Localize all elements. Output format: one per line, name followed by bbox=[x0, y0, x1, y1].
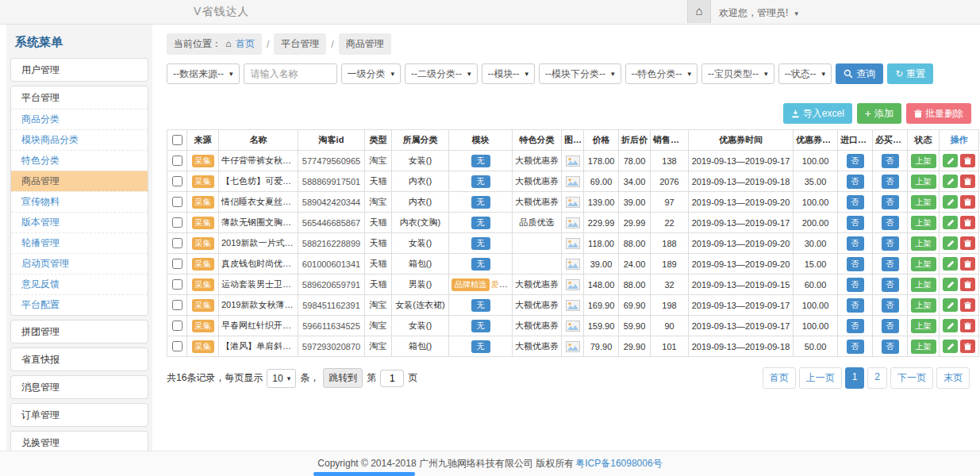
sidebar-subitem-启动页管理[interactable]: 启动页管理 bbox=[11, 253, 148, 274]
jump-button[interactable]: 跳转到 bbox=[323, 368, 363, 388]
page-prev[interactable]: 上一页 bbox=[799, 367, 842, 389]
edit-button[interactable] bbox=[943, 257, 958, 271]
status-button[interactable]: 上架 bbox=[911, 175, 936, 189]
sidebar-item-兑换管理[interactable]: 兑换管理 bbox=[11, 432, 148, 451]
status-button[interactable]: 上架 bbox=[911, 257, 936, 271]
status-button[interactable]: 上架 bbox=[911, 236, 936, 251]
must-buy-toggle-button[interactable]: 否 bbox=[882, 340, 899, 354]
import-select-toggle-button[interactable]: 否 bbox=[847, 195, 864, 209]
home-button[interactable]: ⌂ bbox=[687, 0, 711, 23]
status-button[interactable]: 上架 bbox=[911, 298, 936, 313]
row-checkbox[interactable] bbox=[172, 197, 183, 207]
sidebar-subitem-宣传物料[interactable]: 宣传物料 bbox=[11, 191, 148, 212]
module-sub-category-select[interactable]: --模块下分类--▾ bbox=[539, 63, 621, 84]
must-buy-toggle-button[interactable]: 否 bbox=[882, 216, 899, 230]
edit-button[interactable] bbox=[943, 298, 958, 312]
user-menu[interactable]: 欢迎您，管理员! ▼ bbox=[719, 6, 800, 20]
must-buy-toggle-button[interactable]: 否 bbox=[882, 175, 899, 189]
delete-button[interactable] bbox=[960, 298, 975, 312]
import-select-toggle-button[interactable]: 否 bbox=[847, 154, 864, 168]
horizontal-scrollbar-thumb[interactable] bbox=[313, 472, 415, 476]
sidebar-item-订单管理[interactable]: 订单管理 bbox=[11, 404, 148, 426]
delete-button[interactable] bbox=[960, 195, 975, 209]
data-source-select[interactable]: --数据来源--▾ bbox=[167, 63, 240, 84]
status-button[interactable]: 上架 bbox=[911, 278, 936, 292]
edit-button[interactable] bbox=[943, 319, 958, 332]
breadcrumb-item-platform[interactable]: 平台管理 bbox=[274, 33, 326, 55]
row-checkbox[interactable] bbox=[172, 176, 183, 186]
icp-link[interactable]: 粤ICP备16098006号 bbox=[575, 457, 662, 470]
delete-button[interactable] bbox=[960, 319, 975, 332]
page-last[interactable]: 末页 bbox=[936, 367, 970, 389]
batch-delete-button[interactable]: 批量删除 bbox=[906, 103, 971, 124]
must-buy-toggle-button[interactable]: 否 bbox=[882, 278, 899, 292]
sidebar-subitem-版本管理[interactable]: 版本管理 bbox=[11, 212, 148, 232]
must-buy-toggle-button[interactable]: 否 bbox=[882, 154, 899, 168]
must-buy-toggle-button[interactable]: 否 bbox=[882, 298, 899, 313]
status-button[interactable]: 上架 bbox=[911, 154, 936, 168]
sidebar-item-平台管理[interactable]: 平台管理 bbox=[11, 86, 148, 109]
import-select-toggle-button[interactable]: 否 bbox=[847, 340, 864, 354]
sidebar-subitem-模块商品分类[interactable]: 模块商品分类 bbox=[11, 129, 148, 150]
row-checkbox[interactable] bbox=[172, 238, 183, 248]
status-button[interactable]: 上架 bbox=[911, 195, 936, 209]
must-buy-toggle-button[interactable]: 否 bbox=[882, 257, 899, 271]
delete-button[interactable] bbox=[960, 175, 975, 188]
module-select[interactable]: --模块--▾ bbox=[482, 63, 536, 84]
sidebar-subitem-商品分类[interactable]: 商品分类 bbox=[11, 109, 148, 129]
import-select-toggle-button[interactable]: 否 bbox=[847, 257, 864, 271]
page-1[interactable]: 1 bbox=[845, 367, 865, 389]
row-checkbox[interactable] bbox=[172, 155, 183, 166]
row-checkbox[interactable] bbox=[172, 300, 183, 310]
delete-button[interactable] bbox=[960, 216, 975, 229]
edit-button[interactable] bbox=[943, 154, 958, 167]
row-checkbox[interactable] bbox=[172, 279, 183, 290]
must-buy-toggle-button[interactable]: 否 bbox=[882, 195, 899, 209]
sidebar-subitem-轮播管理[interactable]: 轮播管理 bbox=[11, 232, 148, 253]
row-checkbox[interactable] bbox=[172, 341, 183, 351]
import-select-toggle-button[interactable]: 否 bbox=[847, 216, 864, 230]
sidebar-item-省直快报[interactable]: 省直快报 bbox=[11, 348, 148, 370]
import-select-toggle-button[interactable]: 否 bbox=[847, 278, 864, 292]
row-checkbox[interactable] bbox=[172, 259, 183, 269]
sidebar-item-拼团管理[interactable]: 拼团管理 bbox=[11, 321, 148, 343]
sidebar-subitem-特色分类[interactable]: 特色分类 bbox=[11, 150, 148, 171]
select-all-checkbox[interactable] bbox=[172, 135, 183, 145]
add-button[interactable]: + 添加 bbox=[857, 103, 901, 124]
name-search-input[interactable] bbox=[244, 63, 337, 84]
import-select-toggle-button[interactable]: 否 bbox=[847, 298, 864, 313]
edit-button[interactable] bbox=[943, 216, 958, 229]
page-size-select[interactable]: 10 ▾ bbox=[267, 369, 296, 388]
special-category-select[interactable]: --特色分类--▾ bbox=[625, 63, 698, 84]
import-select-toggle-button[interactable]: 否 bbox=[847, 236, 864, 251]
must-buy-toggle-button[interactable]: 否 bbox=[882, 319, 899, 333]
edit-button[interactable] bbox=[943, 175, 958, 188]
page-first[interactable]: 首页 bbox=[763, 367, 796, 389]
import-select-toggle-button[interactable]: 否 bbox=[847, 319, 864, 333]
breadcrumb-item-goods[interactable]: 商品管理 bbox=[339, 33, 391, 55]
sidebar-subitem-商品管理[interactable]: 商品管理 bbox=[11, 171, 148, 191]
status-select[interactable]: --状态--▾ bbox=[778, 63, 832, 84]
row-checkbox[interactable] bbox=[172, 217, 183, 228]
breadcrumb-home-link[interactable]: 首页 bbox=[236, 38, 255, 49]
delete-button[interactable] bbox=[960, 236, 975, 250]
sidebar-subitem-意见反馈[interactable]: 意见反馈 bbox=[11, 274, 148, 294]
edit-button[interactable] bbox=[943, 195, 958, 209]
level1-category-select[interactable]: 一级分类▾ bbox=[341, 63, 402, 84]
delete-button[interactable] bbox=[960, 340, 975, 353]
sidebar-subitem-平台配置[interactable]: 平台配置 bbox=[11, 294, 148, 315]
level2-category-select[interactable]: --二级分类--▾ bbox=[405, 63, 478, 84]
status-button[interactable]: 上架 bbox=[911, 216, 936, 230]
page-2[interactable]: 2 bbox=[867, 367, 887, 389]
sidebar-item-用户管理[interactable]: 用户管理 bbox=[11, 59, 148, 81]
jump-page-input[interactable] bbox=[380, 370, 404, 387]
sidebar-item-消息管理[interactable]: 消息管理 bbox=[11, 376, 148, 398]
item-type-select[interactable]: --宝贝类型--▾ bbox=[701, 63, 774, 84]
status-button[interactable]: 上架 bbox=[911, 319, 936, 333]
edit-button[interactable] bbox=[943, 236, 958, 250]
import-select-toggle-button[interactable]: 否 bbox=[847, 175, 864, 189]
search-button[interactable]: 查询 bbox=[836, 63, 883, 84]
reset-button[interactable]: ↻重置 bbox=[887, 63, 933, 84]
status-button[interactable]: 上架 bbox=[911, 340, 936, 354]
delete-button[interactable] bbox=[960, 257, 975, 271]
